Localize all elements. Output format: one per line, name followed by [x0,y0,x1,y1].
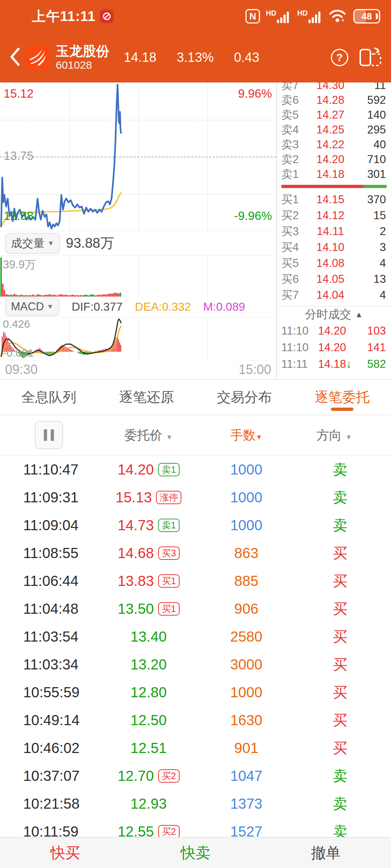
volume-indicator-row: 成交量▼ 93.88万 [0,231,276,255]
level-price: 14.04 [308,289,353,302]
rotate-landscape-icon[interactable] [359,47,382,68]
help-icon[interactable]: ? [331,49,348,66]
pause-button[interactable] [35,421,63,449]
trade-direction: 卖 [289,822,391,837]
stock-code: 601028 [56,59,109,71]
trade-row: 11:09:04 14.73 卖1 1000 卖 [0,511,391,539]
trade-price-cell: 14.73 卖1 [94,517,203,533]
buy-sell-ratio-bar [281,185,387,188]
trade-price-cell: 13.20 [94,656,203,673]
trade-price: 15.13 [115,489,152,506]
market-panel: 15.12 9.96% 13.75 12.38 -9.96% 成交量▼ 93.8… [0,82,391,380]
order-book-row: 买7 14.04 4 [277,287,391,303]
order-book-row: 卖3 14.22 40 [277,137,391,152]
macd-m-value: M:0.089 [203,300,245,314]
back-icon[interactable] [9,47,20,68]
tab-全息队列[interactable]: 全息队列 [0,380,98,414]
level-volume: 4 [353,289,386,302]
tab-label: 逐笔还原 [119,388,174,407]
trade-price: 13.40 [130,629,167,645]
trade-table-rows: 11:10:47 14.20 卖1 1000 卖 11:09:31 15.13 … [0,456,391,837]
level-label: 买7 [281,288,308,303]
broker-logo [25,45,50,70]
trade-price-cell: 12.93 [94,796,203,812]
order-book-row: 买3 14.11 2 [277,224,391,239]
level-price: 14.11 [308,225,353,238]
order-book-row: 买6 14.05 13 [277,271,391,287]
trade-lots: 863 [203,545,290,561]
trade-price: 14.68 [118,545,154,561]
trade-price-cell: 13.83 买1 [94,573,203,589]
level-volume: 295 [353,123,386,136]
battery-icon: 48 [353,9,380,24]
trade-time: 10:55:59 [0,684,94,701]
macd-min-label: -0.091 [3,347,34,359]
order-book-row: 卖4 14.25 295 [277,122,391,137]
trade-direction: 卖 [289,460,391,480]
nfc-icon: N [245,9,260,24]
tab-逐笔还原[interactable]: 逐笔还原 [98,380,196,414]
trade-price: 12.93 [130,796,167,812]
volume-chart[interactable]: 39.9万 [0,255,276,297]
trade-lots: 2580 [203,629,290,645]
sort-header-direction[interactable]: 方向 ▼ [289,427,379,444]
level-price: 14.22 [308,138,353,151]
level-label: 卖1 [281,167,308,182]
trade-price: 12.50 [130,712,167,728]
bottom-action-bar: 快买 快卖 撤单 [0,837,391,868]
status-bar: 上午11:11 N HD HD [0,0,391,33]
trade-time: 10:46:02 [0,740,94,756]
macd-chart[interactable]: 0.426 -0.091 [0,317,276,360]
trade-price-cell: 13.40 [94,629,203,645]
level-volume: 140 [353,109,386,122]
trade-price: 12.55 [118,824,154,837]
sell-levels: 卖7 14.30 11 卖6 14.28 592 卖5 14.27 140 卖4… [277,82,391,182]
volume-dropdown-button[interactable]: 成交量▼ [5,233,60,254]
trade-badge: 涨停 [156,491,181,505]
time-axis-start: 09:30 [5,362,38,377]
notification-app-icon [100,9,114,23]
sort-header-price[interactable]: 委托价 ▼ [94,427,203,444]
trade-badge: 卖1 [158,519,180,532]
tick-list: 11:10 14.20 103 11:10 14.20 141 11:11 14… [277,323,391,373]
trade-lots: 1527 [203,824,290,837]
trade-row: 10:49:14 12.50 1630 买 [0,706,391,734]
trade-badge: 买1 [158,574,180,588]
level-label: 卖6 [281,93,308,108]
volume-max-label: 39.9万 [3,257,36,272]
trade-badge: 买2 [158,825,180,837]
trade-time: 10:49:14 [0,712,94,728]
sort-header-lots[interactable]: 手数▼ [203,427,290,444]
time-axis: 09:30 15:00 [0,360,276,379]
trade-direction: 买 [289,655,391,675]
quick-sell-button[interactable]: 快卖 [130,838,261,868]
trade-time: 11:09:04 [0,517,94,533]
tab-label: 全息队列 [21,388,76,407]
intraday-price-chart[interactable]: 15.12 9.96% 13.75 12.38 -9.96% [0,82,276,231]
quick-buy-button[interactable]: 快买 [0,838,130,868]
title-bar: 玉龙股份 601028 14.18 3.13% 0.43 ? [0,33,391,82]
level-volume: 40 [353,138,386,151]
tick-list-header[interactable]: 分时成交 ▲ [277,306,391,323]
trade-price-cell: 12.80 [94,684,203,701]
level-volume: 13 [353,273,386,286]
cancel-order-button[interactable]: 撤单 [261,838,391,868]
trade-price-cell: 12.55 买2 [94,824,203,837]
trade-row: 11:04:48 13.50 买1 906 买 [0,595,391,623]
level-volume: 11 [353,82,386,92]
macd-dif-value: DIF:0.377 [72,300,123,314]
trade-direction: 卖 [289,766,391,786]
trade-row: 10:37:07 12.70 买2 1047 卖 [0,762,391,790]
active-tab-underline [331,408,353,411]
level-volume: 3 [353,241,386,254]
level-price: 14.28 [308,94,353,107]
macd-dropdown-button[interactable]: MACD▼ [5,297,59,316]
top-orange-band: 上午11:11 N HD HD [0,0,391,82]
trade-lots: 1000 [203,489,290,506]
order-book-row: 买4 14.10 3 [277,239,391,255]
trade-time: 10:21:58 [0,796,94,812]
tab-逐笔委托[interactable]: 逐笔委托 [293,380,391,414]
tab-交易分布[interactable]: 交易分布 [196,380,293,414]
trade-time: 10:37:07 [0,768,94,784]
tab-label: 逐笔委托 [315,388,370,407]
